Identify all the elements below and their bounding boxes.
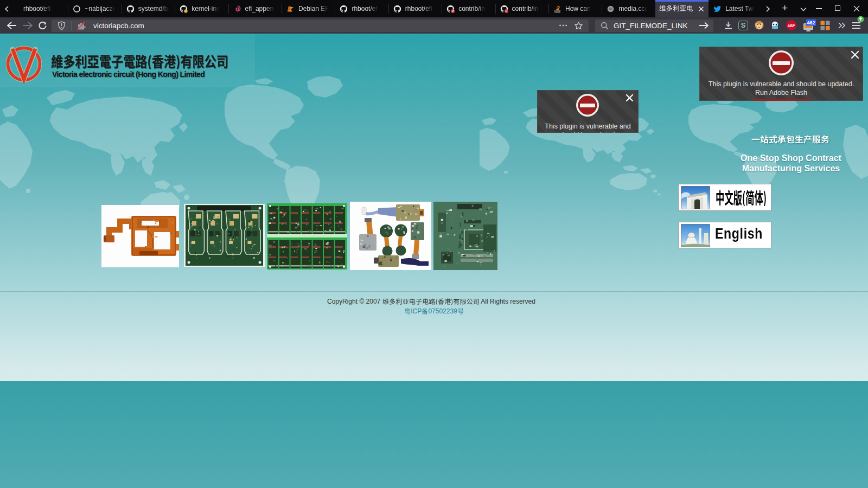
svg-text:462: 462	[807, 20, 815, 25]
svg-text:ABP: ABP	[788, 24, 795, 28]
